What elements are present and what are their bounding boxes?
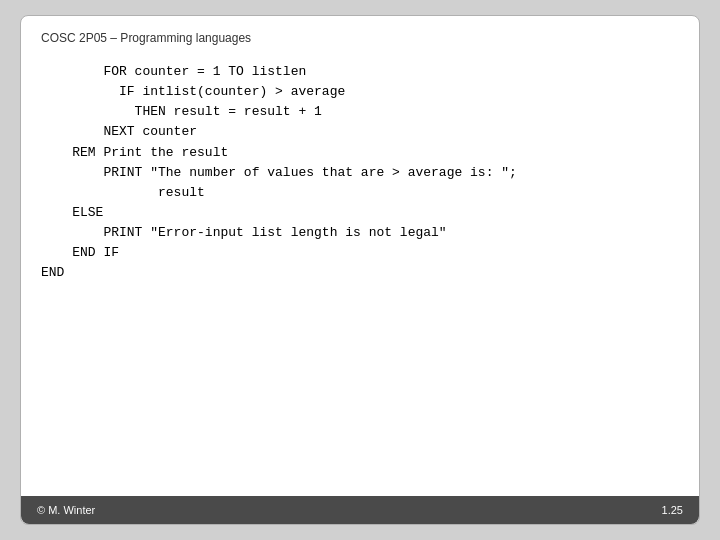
slide: COSC 2P05 – Programming languages FOR co… (20, 15, 700, 525)
slide-title: COSC 2P05 – Programming languages (41, 31, 251, 45)
footer-copyright: © M. Winter (37, 504, 95, 516)
slide-content: FOR counter = 1 TO listlen IF intlist(co… (21, 52, 699, 496)
footer-page-number: 1.25 (662, 504, 683, 516)
slide-footer: © M. Winter 1.25 (21, 496, 699, 524)
slide-header: COSC 2P05 – Programming languages (21, 16, 699, 52)
code-block: FOR counter = 1 TO listlen IF intlist(co… (41, 62, 517, 284)
